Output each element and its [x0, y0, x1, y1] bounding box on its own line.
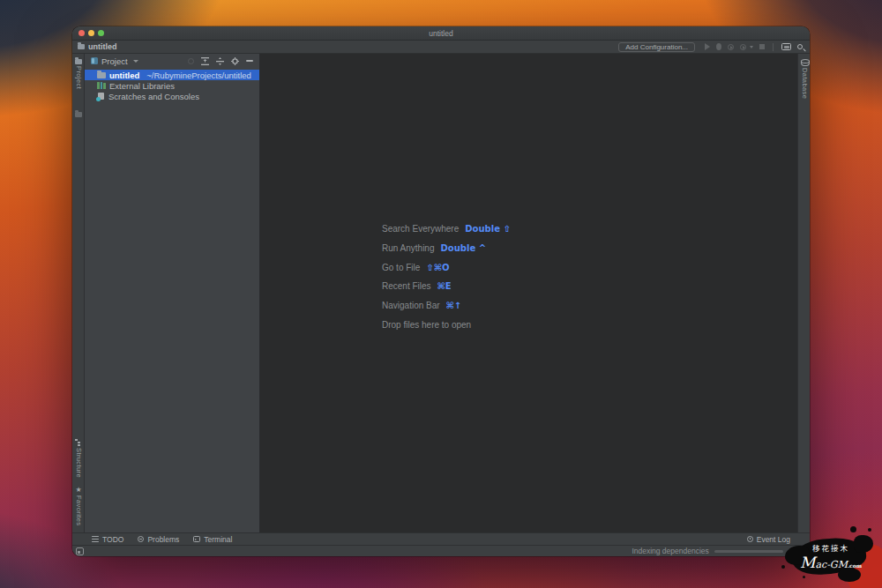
- database-tool-label: Database: [801, 68, 809, 99]
- sidebar-item-database[interactable]: Database: [798, 59, 810, 99]
- stop-icon[interactable]: [759, 44, 765, 49]
- tree-item-name: Scratches and Consoles: [108, 92, 199, 101]
- problems-button[interactable]: Problems: [138, 535, 179, 544]
- event-log-button[interactable]: Event Log: [747, 535, 790, 544]
- project-view-icon: [91, 57, 98, 64]
- red-splatter: [841, 540, 882, 588]
- shortcut-keys: ⇧⌘O: [426, 263, 449, 272]
- terminal-button[interactable]: Terminal: [193, 535, 232, 544]
- run-icon[interactable]: [705, 43, 710, 50]
- ide-window: untitled untitled Add Configuration... P…: [72, 26, 810, 556]
- coverage-icon[interactable]: [728, 44, 734, 50]
- main-toolbar: untitled Add Configuration...: [72, 41, 810, 54]
- expand-all-icon[interactable]: [201, 57, 209, 65]
- event-log-label: Event Log: [757, 535, 790, 544]
- shortcut-label: Go to File: [382, 263, 420, 272]
- shortcut-label: Navigation Bar: [382, 301, 440, 310]
- scratches-icon: [97, 93, 105, 100]
- shortcut-label: Drop files here to open: [382, 320, 471, 330]
- chevron-down-icon[interactable]: [133, 60, 138, 63]
- locate-file-icon[interactable]: [188, 58, 194, 64]
- commit-tool-icon: [75, 112, 82, 117]
- shortcut-row: Navigation Bar ⌘↑: [382, 296, 511, 316]
- shortcut-label: Search Everywhere: [382, 224, 459, 234]
- problems-icon: [138, 536, 144, 542]
- structure-tool-label: Structure: [75, 448, 83, 478]
- indexing-progress-bar: [714, 550, 783, 553]
- terminal-icon: [193, 536, 200, 542]
- favorites-tool-label: Favorites: [75, 495, 83, 525]
- shortcut-hints: Search Everywhere Double ⇧ Run Anything …: [382, 220, 511, 334]
- ink-dot: [803, 576, 805, 578]
- chevron-down-icon[interactable]: [750, 46, 753, 48]
- status-bar: Indexing dependencies: [72, 545, 810, 556]
- ink-splatter: [838, 568, 861, 582]
- shortcut-label: Recent Files: [382, 281, 431, 291]
- todo-label: TODO: [102, 535, 123, 544]
- tree-row-scratches[interactable]: Scratches and Consoles: [85, 91, 259, 101]
- ink-dot: [868, 528, 871, 532]
- shortcut-keys: Double ^: [441, 243, 487, 253]
- toolbar-separator: [773, 43, 774, 51]
- right-stripe: Database: [797, 54, 810, 532]
- shortcut-keys: ⌘E: [437, 281, 452, 291]
- project-tool-label: Project: [75, 66, 83, 89]
- todo-icon: [92, 536, 99, 542]
- add-configuration-button[interactable]: Add Configuration...: [618, 42, 695, 52]
- terminal-label: Terminal: [204, 535, 232, 544]
- main-area: Project Structure ★ Favorites Project: [72, 54, 810, 532]
- gear-icon[interactable]: [231, 57, 239, 65]
- project-tool-icon: [75, 59, 82, 64]
- tree-row-external-libraries[interactable]: External Libraries: [85, 80, 259, 91]
- ink-dot: [850, 526, 856, 532]
- shortcut-label: Run Anything: [382, 243, 435, 253]
- search-everywhere-icon[interactable]: [797, 44, 803, 49]
- shortcut-keys: ⌘↑: [446, 301, 462, 310]
- folder-icon: [78, 44, 85, 49]
- collapse-all-icon[interactable]: [216, 57, 224, 65]
- shortcut-row: Search Everywhere Double ⇧: [382, 220, 511, 239]
- tree-row-untitled[interactable]: untitled ~/RubymineProjects/untitled: [85, 70, 259, 80]
- structure-icon: [75, 439, 82, 446]
- project-tree: untitled ~/RubymineProjects/untitled Ext…: [85, 68, 259, 101]
- problems-label: Problems: [147, 535, 179, 544]
- pause-indexing-icon[interactable]: [789, 549, 792, 554]
- editor-area: Search Everywhere Double ⇧ Run Anything …: [260, 54, 797, 532]
- tree-item-name: untitled: [109, 71, 139, 80]
- ink-splatter: [854, 535, 873, 553]
- sidebar-item-structure[interactable]: Structure: [72, 439, 85, 478]
- project-panel: Project: [85, 54, 260, 532]
- breadcrumb[interactable]: untitled: [78, 42, 117, 51]
- tree-item-path: ~/RubymineProjects/untitled: [146, 71, 251, 80]
- panel-header-actions: [188, 57, 253, 65]
- shortcut-row: Recent Files ⌘E: [382, 277, 511, 296]
- breadcrumb-label: untitled: [88, 42, 117, 51]
- bottom-tool-bar: TODO Problems Terminal Event Log: [72, 532, 810, 545]
- folder-icon: [97, 72, 106, 78]
- tree-item-name: External Libraries: [109, 81, 175, 91]
- shortcut-row: Go to File ⇧⌘O: [382, 257, 511, 277]
- window-layout-icon[interactable]: [76, 547, 84, 555]
- todo-button[interactable]: TODO: [92, 535, 123, 544]
- sidebar-item-project[interactable]: Project: [72, 59, 85, 89]
- profiler-icon[interactable]: [740, 44, 746, 50]
- indexing-label: Indexing dependencies: [632, 547, 708, 555]
- database-icon: [801, 59, 808, 66]
- sidebar-item-secondary[interactable]: [72, 112, 85, 117]
- sidebar-item-favorites[interactable]: ★ Favorites: [72, 487, 85, 525]
- ink-dot: [781, 565, 785, 569]
- run-controls: [705, 43, 804, 51]
- presentation-icon[interactable]: [781, 43, 791, 50]
- titlebar: untitled: [72, 26, 810, 41]
- star-icon: ★: [75, 487, 81, 494]
- project-panel-header: Project: [85, 54, 259, 68]
- hide-panel-icon[interactable]: [246, 60, 253, 62]
- project-view-title[interactable]: Project: [101, 56, 128, 66]
- shortcut-row: Run Anything Double ^: [382, 239, 511, 258]
- shortcut-keys: Double ⇧: [465, 224, 511, 234]
- debug-icon[interactable]: [716, 43, 721, 50]
- watermark-brand: Mac-GM.com: [800, 554, 862, 571]
- event-log-icon: [747, 536, 753, 542]
- indexing-status: Indexing dependencies: [632, 547, 792, 555]
- left-stripe: Project Structure ★ Favorites: [72, 54, 85, 532]
